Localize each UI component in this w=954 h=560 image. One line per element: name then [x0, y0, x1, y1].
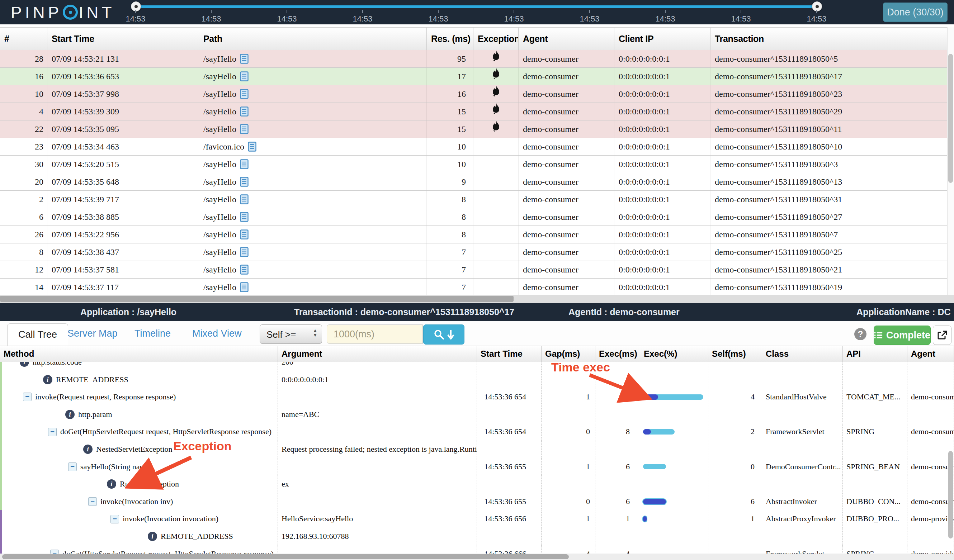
- call-tree-row[interactable]: ihttp.status.code200: [0, 362, 954, 371]
- path-detail-icon[interactable]: [240, 210, 249, 226]
- collapse-minus-icon[interactable]: −: [88, 497, 97, 506]
- path-detail-icon[interactable]: [240, 70, 249, 85]
- table-row[interactable]: 807/09 14:53:38 437/sayHello7demo-consum…: [0, 243, 947, 261]
- cell-exception: [474, 261, 519, 278]
- path-detail-icon[interactable]: [240, 281, 249, 295]
- complete-button[interactable]: Complete: [874, 325, 931, 345]
- tick-label: 14:53: [795, 14, 838, 24]
- table-row[interactable]: 2007/09 14:53:35 648/sayHello9demo-consu…: [0, 173, 947, 191]
- call-tree-row[interactable]: −invoke(Invocation inv)14:53:36 655066Ab…: [0, 493, 954, 510]
- table-row[interactable]: 2307/09 14:53:34 463/favicon.ico10demo-c…: [0, 138, 947, 156]
- collapse-minus-icon[interactable]: −: [23, 393, 31, 401]
- table-row[interactable]: 407/09 14:53:39 309/sayHello15demo-consu…: [0, 103, 947, 120]
- cell-number: 16: [0, 68, 47, 85]
- share-export-icon: [937, 330, 948, 341]
- method-label: http.param: [78, 406, 112, 423]
- tree-cell-agent: [907, 362, 954, 371]
- cell-number: 28: [0, 50, 47, 67]
- arrow-down-icon: [447, 329, 454, 340]
- cell-response-ms: 7: [427, 261, 474, 278]
- tree-cell-exec: 8: [595, 423, 640, 440]
- cell-exception: [474, 103, 519, 120]
- call-tree-row[interactable]: iREMOTE_ADDRESS0:0:0:0:0:0:0:1: [0, 371, 954, 389]
- transactions-vertical-scrollbar-thumb[interactable]: [948, 54, 953, 183]
- call-tree-row[interactable]: −doGet(HttpServletRequest request, HttpS…: [0, 545, 954, 554]
- column-header-transaction[interactable]: Transaction: [711, 28, 947, 51]
- table-row[interactable]: 1207/09 14:53:37 581/sayHello7demo-consu…: [0, 261, 947, 278]
- path-detail-icon[interactable]: [240, 52, 249, 67]
- table-row[interactable]: 2607/09 14:53:22 956/sayHello8demo-consu…: [0, 226, 947, 243]
- call-tree-row[interactable]: −invoke(Invocation invocation)HelloServi…: [0, 510, 954, 528]
- column-header-res-ms-[interactable]: Res. (ms)↓: [427, 28, 474, 51]
- table-row[interactable]: 607/09 14:53:38 885/sayHello8demo-consum…: [0, 208, 947, 226]
- path-detail-icon[interactable]: [240, 263, 249, 278]
- collapse-minus-icon[interactable]: −: [48, 428, 57, 436]
- filter-threshold-input[interactable]: [327, 324, 423, 344]
- call-tree-row[interactable]: iREMOTE_ADDRESS192.168.93.10:60788: [0, 528, 954, 545]
- cell-agent: demo-consumer: [519, 120, 614, 138]
- collapse-minus-icon[interactable]: −: [111, 515, 119, 523]
- cell-response-ms: 9: [427, 173, 474, 190]
- table-row[interactable]: 1007/09 14:53:37 998/sayHello16demo-cons…: [0, 86, 947, 103]
- path-detail-icon[interactable]: [240, 228, 249, 243]
- time-range-slider-track[interactable]: [136, 5, 817, 8]
- call-tree-horizontal-scrollbar-thumb[interactable]: [2, 554, 569, 559]
- column-header-start-time[interactable]: Start Time: [47, 28, 199, 51]
- export-button[interactable]: [933, 325, 951, 345]
- column-header-path[interactable]: Path: [199, 28, 427, 51]
- call-tree-row[interactable]: −doGet(HttpServletRequest request, HttpS…: [0, 423, 954, 440]
- table-row[interactable]: 2807/09 14:53:21 131/sayHello95demo-cons…: [0, 50, 947, 68]
- tab-call-tree[interactable]: Call Tree: [7, 324, 68, 346]
- tick-label: 14:53: [719, 14, 762, 24]
- call-tree-vertical-scrollbar-thumb[interactable]: [948, 451, 953, 538]
- filter-type-select[interactable]: Self >= ▲▼: [260, 324, 322, 344]
- exception-flame-icon: [492, 103, 500, 120]
- path-detail-icon[interactable]: [240, 158, 249, 173]
- cell-path: /sayHello: [199, 50, 427, 67]
- column-header--[interactable]: #: [0, 28, 47, 51]
- table-row[interactable]: 2207/09 14:53:35 095/sayHello15demo-cons…: [0, 120, 947, 138]
- column-header-exception[interactable]: Exception: [474, 28, 519, 51]
- path-detail-icon[interactable]: [248, 140, 256, 155]
- call-tree-row[interactable]: −invoke(Request request, Response respon…: [0, 388, 954, 406]
- tab-mixed-view[interactable]: Mixed View: [192, 321, 242, 345]
- table-row[interactable]: 1607/09 14:53:36 653/sayHello17demo-cons…: [0, 68, 947, 86]
- path-detail-icon[interactable]: [240, 123, 249, 138]
- cell-agent: demo-consumer: [519, 278, 614, 295]
- collapse-minus-icon[interactable]: −: [68, 462, 77, 471]
- table-row[interactable]: 1407/09 14:53:37 117/sayHello7demo-consu…: [0, 278, 947, 295]
- path-detail-icon[interactable]: [240, 105, 249, 120]
- call-tree-row[interactable]: ihttp.paramname=ABC: [0, 406, 954, 423]
- tree-cell-self: [708, 475, 762, 493]
- column-header-agent[interactable]: Agent: [519, 28, 614, 51]
- path-detail-icon[interactable]: [240, 87, 249, 103]
- path-detail-icon[interactable]: [240, 246, 249, 261]
- tree-cell-argument: [278, 545, 477, 554]
- done-button[interactable]: Done (30/30): [883, 3, 948, 22]
- info-icon: i: [43, 375, 52, 384]
- cell-start-time: 07/09 14:53:21 131: [47, 50, 199, 67]
- cell-number: 2: [0, 191, 47, 208]
- path-detail-icon[interactable]: [240, 175, 249, 190]
- table-row[interactable]: 3007/09 14:53:20 515/sayHello10demo-cons…: [0, 156, 947, 173]
- path-detail-icon[interactable]: [240, 193, 249, 208]
- time-tick: 14:53: [265, 10, 309, 24]
- help-icon[interactable]: ?: [854, 328, 867, 340]
- tree-cell-class: [762, 362, 843, 371]
- tree-cell-method: −invoke(Request request, Response respon…: [0, 388, 278, 406]
- tab-timeline[interactable]: Timeline: [134, 321, 171, 345]
- cell-start-time: 07/09 14:53:37 581: [47, 261, 199, 278]
- cell-client-ip: 0:0:0:0:0:0:0:1: [614, 173, 711, 190]
- transactions-horizontal-scrollbar-thumb[interactable]: [0, 296, 514, 302]
- cell-client-ip: 0:0:0:0:0:0:0:1: [614, 86, 711, 103]
- cell-start-time: 07/09 14:53:35 095: [47, 120, 199, 138]
- tick-label: 14:53: [190, 14, 233, 24]
- tree-cell-class: [762, 371, 843, 389]
- search-button[interactable]: [423, 324, 465, 345]
- tree-cell-method: −doGet(HttpServletRequest request, HttpS…: [0, 423, 278, 440]
- table-row[interactable]: 207/09 14:53:39 717/sayHello8demo-consum…: [0, 191, 947, 208]
- tab-server-map[interactable]: Server Map: [67, 321, 118, 345]
- collapse-minus-icon[interactable]: −: [50, 550, 59, 554]
- tree-cell-self: [708, 371, 762, 389]
- column-header-client-ip[interactable]: Client IP: [614, 28, 711, 51]
